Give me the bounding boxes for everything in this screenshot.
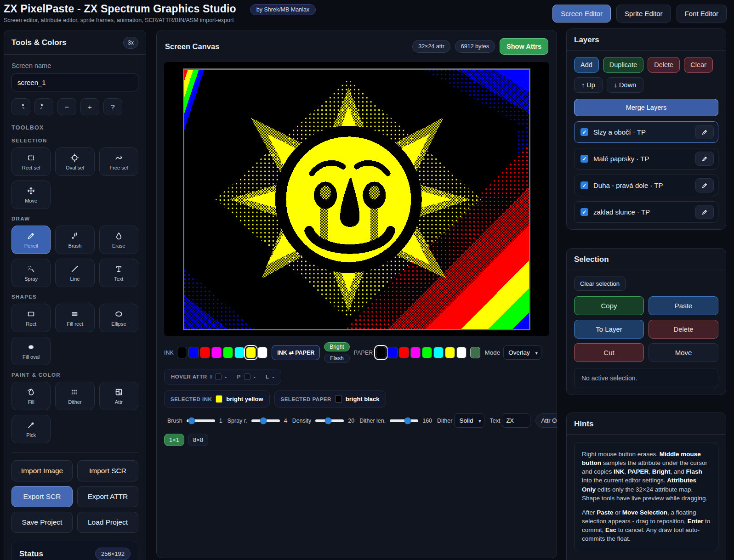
- tool-fill-rect-button[interactable]: Fill rect: [55, 304, 94, 332]
- dither-length-slider[interactable]: [390, 419, 418, 422]
- tool-label: Spray: [24, 276, 38, 282]
- import-image-button[interactable]: Import Image: [11, 460, 73, 481]
- nav-font-editor[interactable]: Font Editor: [677, 5, 727, 23]
- dither-select[interactable]: Solid ▾: [454, 413, 484, 428]
- brush-size-slider[interactable]: [187, 419, 215, 422]
- ink-swatch-4[interactable]: [223, 347, 233, 358]
- layer-item-0[interactable]: ✓Slzy a obočí · TP: [574, 121, 718, 143]
- move-selection-button[interactable]: Move: [649, 343, 718, 362]
- export-scr-button[interactable]: Export SCR: [11, 486, 73, 507]
- tool-rect-sel-button[interactable]: Rect sel: [11, 147, 51, 176]
- layer-visibility-checkbox[interactable]: ✓: [580, 155, 588, 163]
- swap-ink-paper-button[interactable]: INK ⇄ PAPER: [272, 345, 320, 360]
- redo-button[interactable]: [34, 98, 53, 115]
- density-slider-thumb[interactable]: [325, 417, 332, 424]
- tool-erase-button[interactable]: Erase: [99, 226, 138, 254]
- ink-swatch-3[interactable]: [211, 347, 222, 358]
- ink-swatch-5[interactable]: [234, 347, 245, 358]
- brush-size-8x8-badge[interactable]: 8×8: [188, 434, 208, 446]
- dither-length-slider-thumb[interactable]: [404, 417, 411, 424]
- nav-screen-editor[interactable]: Screen Editor: [552, 5, 611, 23]
- layer-item-2[interactable]: ✓Duha - pravá dole · TP: [574, 175, 718, 196]
- tool-spray-button[interactable]: Spray: [11, 259, 51, 287]
- save-project-button[interactable]: Save Project: [11, 512, 73, 533]
- zoom-out-button[interactable]: −: [57, 98, 76, 115]
- hover-ink-value: -: [225, 374, 227, 379]
- paper-swatch-6[interactable]: [445, 347, 455, 358]
- spray-radius-slider-thumb[interactable]: [260, 417, 267, 424]
- tool-line-button[interactable]: Line: [55, 259, 94, 287]
- tool-pick-button[interactable]: Pick: [11, 415, 51, 443]
- layer-rename-button[interactable]: [695, 178, 714, 192]
- show-attrs-button[interactable]: Show Attrs: [500, 38, 548, 55]
- layer-up-button[interactable]: ↑ Up: [574, 77, 603, 93]
- layer-visibility-checkbox[interactable]: ✓: [580, 181, 588, 189]
- layer-rename-button[interactable]: [695, 152, 714, 166]
- brush-size-slider-thumb[interactable]: [188, 417, 195, 424]
- tool-ellipse-button[interactable]: Ellipse: [99, 304, 138, 332]
- zoom-in-button[interactable]: +: [80, 98, 99, 115]
- to-layer-button[interactable]: To Layer: [574, 320, 644, 339]
- paper-swatch-7[interactable]: [456, 347, 467, 358]
- import-scr-button[interactable]: Import SCR: [77, 460, 138, 481]
- tool-move-button[interactable]: Move: [11, 181, 51, 209]
- screen-artwork[interactable]: [183, 68, 530, 330]
- tool-brush-button[interactable]: Brush: [55, 226, 94, 254]
- paper-swatch-0[interactable]: [376, 347, 386, 358]
- screen-name-input[interactable]: [11, 74, 138, 91]
- load-project-button[interactable]: Load Project: [77, 512, 138, 533]
- layer-visibility-checkbox[interactable]: ✓: [580, 128, 588, 136]
- selected-paper-swatch: [335, 395, 342, 403]
- tool-fill-oval-button[interactable]: Fill oval: [11, 337, 51, 365]
- layer-visibility-checkbox[interactable]: ✓: [580, 208, 588, 216]
- attr-only-button[interactable]: Attr Only: [535, 413, 557, 428]
- bright-toggle[interactable]: Bright: [324, 342, 349, 351]
- layer-rename-button[interactable]: [695, 205, 714, 219]
- paper-swatch-3[interactable]: [410, 347, 421, 358]
- tool-fill-button[interactable]: Fill: [11, 382, 51, 410]
- selected-ink-pill: SELECTED INK bright yellow: [164, 390, 270, 407]
- export-attr-button[interactable]: Export ATTR: [77, 486, 138, 507]
- copy-button[interactable]: Copy: [574, 296, 644, 315]
- layer-rename-button[interactable]: [695, 125, 714, 139]
- delete-layer-button[interactable]: Delete: [648, 57, 680, 73]
- duplicate-layer-button[interactable]: Duplicate: [603, 57, 643, 73]
- layer-item-1[interactable]: ✓Malé paprsky · TP: [574, 148, 718, 170]
- spray-radius-slider[interactable]: [251, 419, 280, 422]
- paper-swatch-5[interactable]: [433, 347, 444, 358]
- ink-swatch-1[interactable]: [188, 347, 199, 358]
- add-layer-button[interactable]: Add: [574, 57, 599, 73]
- tool-dither-button[interactable]: Dither: [55, 382, 94, 410]
- merge-layers-button[interactable]: Merge Layers: [574, 99, 718, 116]
- text-tool-input[interactable]: [502, 413, 530, 428]
- tool-free-sel-button[interactable]: Free sel: [99, 147, 138, 176]
- paper-swatch-4[interactable]: [422, 347, 432, 358]
- tool-text-button[interactable]: Text: [99, 259, 138, 287]
- clear-layer-button[interactable]: Clear: [684, 57, 713, 73]
- help-button[interactable]: ?: [103, 98, 122, 115]
- paper-swatch-2[interactable]: [399, 347, 409, 358]
- ink-swatch-0[interactable]: [177, 347, 187, 358]
- nav-sprite-editor[interactable]: Sprite Editor: [616, 5, 671, 23]
- ink-swatch-6[interactable]: [246, 347, 256, 358]
- paper-swatch-1[interactable]: [387, 347, 398, 358]
- flash-toggle[interactable]: Flash: [324, 354, 349, 363]
- ink-swatch-7[interactable]: [257, 347, 267, 358]
- delete-selection-button[interactable]: Delete: [649, 320, 718, 339]
- paste-button[interactable]: Paste: [649, 296, 718, 315]
- cut-button[interactable]: Cut: [574, 343, 644, 362]
- layer-down-button[interactable]: ↓ Down: [607, 77, 643, 93]
- transparent-paper-swatch[interactable]: [470, 347, 480, 358]
- tool-pencil-button[interactable]: Pencil: [11, 226, 51, 254]
- mode-select[interactable]: Overlay ▾: [503, 345, 541, 360]
- layer-item-3[interactable]: ✓zaklad slunce · TP: [574, 201, 718, 223]
- density-slider[interactable]: [315, 419, 344, 422]
- undo-button[interactable]: [11, 98, 30, 115]
- clear-selection-button[interactable]: Clear selection: [574, 277, 626, 291]
- tool-attr-button[interactable]: Attr: [99, 382, 138, 410]
- brush-size-1x1-badge[interactable]: 1×1: [164, 434, 184, 446]
- tool-rect-button[interactable]: Rect: [11, 304, 51, 332]
- ink-swatch-2[interactable]: [200, 347, 210, 358]
- tool-oval-sel-button[interactable]: Oval sel: [55, 147, 94, 176]
- app-subtitle: Screen editor, attribute editor, sprite …: [4, 17, 316, 23]
